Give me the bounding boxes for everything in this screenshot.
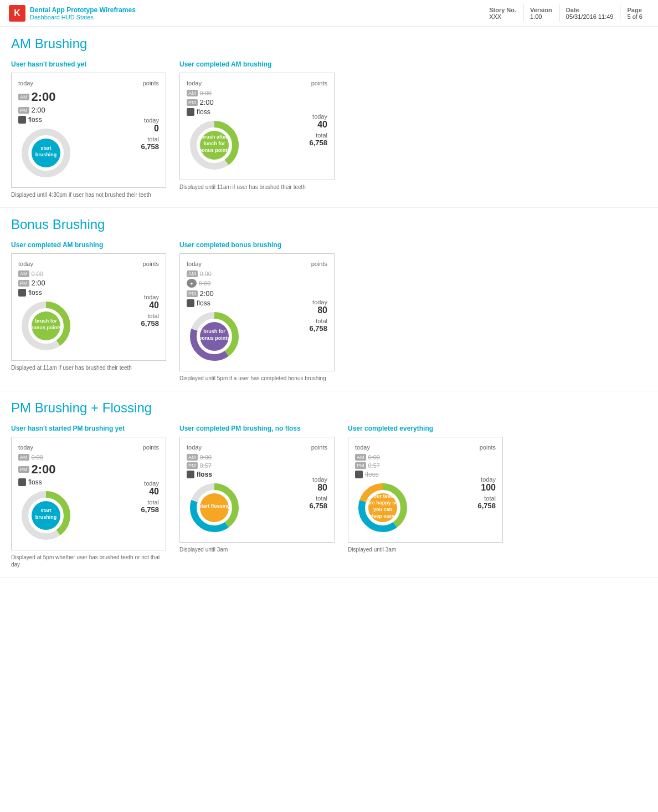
points-total-label: total (316, 318, 327, 324)
floss-label: floss (28, 478, 42, 486)
floss-label: floss (197, 108, 210, 116)
points-today-value: 40 (149, 300, 159, 310)
card-box: today points AM 0:00 PM 0:57 (348, 437, 503, 543)
card-note: Displayed until 3am (348, 546, 503, 553)
card-0-1: User completed AM brushing today points … (179, 60, 335, 198)
card-donut-area: AM 0:00 PM 2:00 floss (18, 451, 159, 543)
am-badge: AM (18, 94, 29, 100)
pm-time-item: PM 0:57 (187, 462, 294, 469)
card-left: AM 0:00 PM 0:57 floss (187, 451, 294, 535)
floss-label: floss (197, 299, 210, 307)
card-box: today points AM 0:00 PM 2:00 (11, 253, 166, 361)
floss-icon (187, 471, 194, 478)
svg-text:sleep easy!: sleep easy! (369, 513, 397, 519)
svg-text:Your teeth: Your teeth (371, 493, 395, 499)
floss-icon (187, 299, 194, 307)
am-time-item: AM 2:00 (18, 90, 126, 104)
floss-icon (355, 471, 363, 478)
card-donut-area: AM 0:00 PM 2:00 floss (18, 267, 159, 354)
page: Page 5 of 6 (620, 4, 649, 22)
card-donut-area: AM 0:00 ● 0:00 PM 2:00 floss (187, 267, 327, 364)
points-today-label: today (312, 299, 327, 305)
card-items: AM 2:00 PM 2:00 floss (18, 90, 126, 124)
cards-row-1: User completed AM brushing today points … (11, 241, 647, 382)
card-right: today 40 total 6,758 (126, 480, 159, 514)
points-total-label: total (316, 495, 327, 502)
pm-time-item: PM 2:00 (18, 106, 126, 114)
card-top-row: today points (355, 444, 496, 451)
floss-label: floss (197, 471, 212, 478)
card-right: today 40 total 6,758 (126, 294, 159, 328)
card-subtitle: User completed everything (348, 425, 503, 432)
points-label: points (311, 261, 327, 267)
card-items: AM 0:00 PM 2:00 floss (18, 454, 126, 486)
cards-row-2: User hasn't started PM brushing yet toda… (11, 425, 647, 568)
card-1-0: User completed AM brushing today points … (11, 241, 166, 382)
floss-icon (18, 478, 26, 486)
card-2-2: User completed everything today points A… (348, 425, 503, 568)
points-label: points (143, 444, 159, 451)
am-time-item: AM 0:00 (187, 90, 294, 96)
today-label: today (18, 261, 33, 267)
points-label: points (311, 80, 327, 86)
points-total-value: 6,758 (309, 139, 327, 147)
version: Version 1.00 (523, 4, 559, 22)
card-box: today points AM 2:00 PM 2:00 (11, 73, 166, 188)
points-total-value: 6,758 (141, 319, 159, 328)
pm-badge: PM (18, 107, 29, 114)
donut-chart: brush forbonus points (187, 309, 242, 364)
card-subtitle: User completed bonus brushing (179, 241, 335, 249)
card-items: AM 0:00 PM 2:00 floss (187, 90, 294, 116)
svg-text:brush after: brush after (201, 134, 228, 140)
points-today-label: today (312, 476, 327, 483)
card-box: today points AM 0:00 PM 0:57 (179, 437, 335, 543)
points-total-label: total (147, 499, 159, 505)
brand-text: Dental App Prototype Wireframes Dashboar… (30, 6, 136, 21)
am-badge: AM (187, 270, 198, 277)
floss-item: floss (187, 299, 294, 307)
pm-badge: PM (187, 290, 198, 297)
am-time-item: AM 0:00 (187, 270, 294, 277)
card-subtitle: User completed PM brushing, no floss (179, 425, 335, 432)
section-title-1: Bonus Brushing (11, 217, 647, 232)
am-badge: AM (18, 270, 29, 277)
pm-time-item: PM 2:00 (187, 98, 294, 106)
floss-item: floss (18, 116, 126, 124)
card-items: AM 0:00 PM 2:00 floss (18, 270, 126, 297)
header: K Dental App Prototype Wireframes Dashbo… (0, 0, 658, 27)
card-items: AM 0:00 ● 0:00 PM 2:00 floss (187, 270, 294, 307)
floss-icon (18, 289, 26, 297)
svg-text:you can: you can (373, 507, 392, 512)
card-subtitle: User completed AM brushing (179, 60, 335, 68)
svg-text:start flossing: start flossing (199, 503, 230, 509)
points-today-value: 40 (149, 487, 159, 497)
svg-text:K: K (14, 8, 20, 18)
am-badge: AM (187, 90, 198, 96)
card-donut-area: AM 0:00 PM 0:57 floss (355, 451, 496, 535)
card-left: AM 0:00 ● 0:00 PM 2:00 floss (187, 267, 294, 364)
points-today-label: today (144, 117, 159, 124)
points-today-label: today (144, 480, 159, 487)
date: Date 05/31/2016 11:49 (559, 4, 620, 22)
card-donut-area: AM 0:00 PM 0:57 floss (187, 451, 327, 535)
card-left: AM 0:00 PM 2:00 floss (18, 267, 126, 354)
card-note: Displayed until 11am if user has brushed… (179, 183, 335, 191)
points-label: points (143, 261, 159, 267)
cards-row-0: User hasn't brushed yet today points AM … (11, 60, 647, 198)
section-title-2: PM Brushing + Flossing (11, 400, 647, 416)
donut-chart: startbrushing (18, 125, 74, 181)
points-today-value: 40 (317, 120, 327, 130)
svg-text:lunch for: lunch for (204, 141, 225, 146)
points-total-label: total (316, 132, 327, 139)
donut-chart: startbrushing (18, 488, 74, 543)
pm-badge: PM (18, 466, 29, 473)
floss-item: floss (18, 289, 126, 297)
card-top-row: today points (187, 261, 327, 267)
card-right: today 0 total 6,758 (126, 117, 159, 151)
card-right: today 100 total 6,758 (462, 476, 496, 510)
svg-text:brush for: brush for (203, 329, 225, 334)
today-label: today (18, 80, 33, 86)
card-items: AM 0:00 PM 0:57 floss (187, 454, 294, 478)
card-1-1: User completed bonus brushing today poin… (179, 241, 335, 382)
floss-icon (18, 116, 26, 124)
